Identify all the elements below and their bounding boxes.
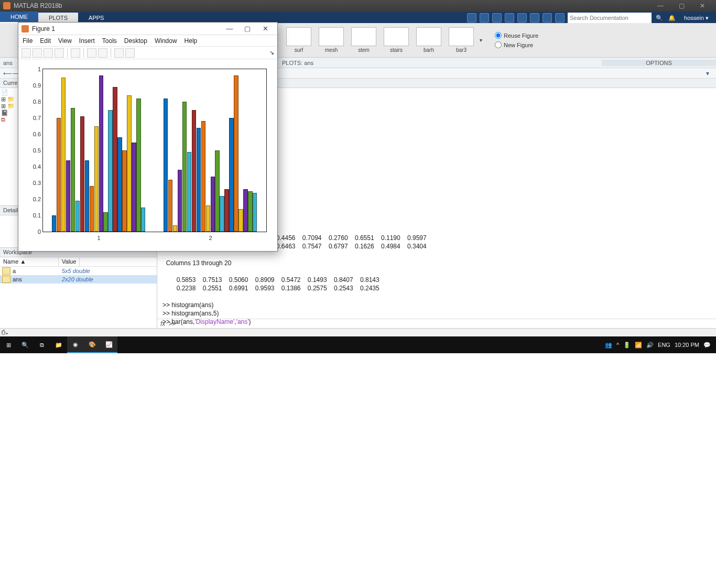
clock[interactable]: 10:20 PM bbox=[675, 342, 699, 348]
bar[interactable] bbox=[90, 186, 94, 232]
ws-col-value[interactable]: Value bbox=[59, 257, 80, 266]
paint-icon[interactable]: 🎨 bbox=[84, 336, 101, 353]
print-icon[interactable] bbox=[55, 48, 64, 58]
ws-col-name[interactable]: Name ▲ bbox=[0, 257, 59, 266]
user-menu[interactable]: hossein ▾ bbox=[680, 15, 713, 21]
qat-copy-icon[interactable] bbox=[492, 13, 502, 23]
gallery-stem[interactable]: stem bbox=[348, 27, 379, 53]
system-tray[interactable]: 👥 ^ 🔋 📶 🔊 ENG 10:20 PM 💬 bbox=[600, 342, 716, 349]
bar[interactable] bbox=[108, 110, 112, 232]
bar[interactable] bbox=[164, 99, 168, 232]
reuse-figure-radio[interactable]: Reuse Figure bbox=[495, 31, 538, 40]
qat-save-icon[interactable] bbox=[467, 13, 476, 23]
gallery-mesh[interactable]: mesh bbox=[316, 27, 347, 53]
bar[interactable] bbox=[94, 126, 99, 232]
tab-home[interactable]: HOME bbox=[0, 12, 38, 23]
bar[interactable] bbox=[80, 116, 84, 232]
doc-search[interactable] bbox=[568, 13, 652, 23]
qat-redo-icon[interactable] bbox=[530, 13, 539, 23]
qat-cut-icon[interactable] bbox=[480, 13, 489, 23]
gallery-bar3[interactable]: bar3 bbox=[446, 27, 477, 53]
data-cursor-icon[interactable] bbox=[87, 48, 96, 58]
bar[interactable] bbox=[103, 212, 107, 232]
bar[interactable] bbox=[66, 160, 70, 232]
bar[interactable] bbox=[168, 180, 172, 232]
fig-menu-desktop[interactable]: Desktop bbox=[124, 37, 147, 45]
matlab-taskbar-icon[interactable]: 📈 bbox=[101, 336, 117, 353]
figure-window[interactable]: Figure 1 — ▢ ✕ FileEditViewInsertToolsDe… bbox=[18, 22, 278, 252]
fig-maximize-button[interactable]: ▢ bbox=[238, 25, 256, 32]
new-fig-icon[interactable] bbox=[21, 48, 31, 58]
bar[interactable] bbox=[122, 150, 126, 232]
fig-menu-edit[interactable]: Edit bbox=[40, 37, 51, 45]
fig-minimize-button[interactable]: — bbox=[221, 25, 238, 32]
bell-icon[interactable]: 🔔 bbox=[667, 13, 677, 23]
bar[interactable] bbox=[197, 128, 201, 232]
bar[interactable] bbox=[136, 99, 140, 232]
explorer-icon[interactable]: 📁 bbox=[50, 336, 67, 353]
fig-menu-file[interactable]: File bbox=[23, 37, 32, 45]
bar[interactable] bbox=[132, 143, 136, 232]
bar[interactable] bbox=[99, 75, 103, 232]
tray-up-icon[interactable]: ^ bbox=[616, 342, 619, 348]
new-figure-radio[interactable]: New Figure bbox=[495, 40, 538, 50]
gallery-stairs[interactable]: stairs bbox=[381, 27, 412, 53]
ws-row-a[interactable]: a5x5 double bbox=[0, 267, 157, 275]
command-prompt-row[interactable]: fx >> bbox=[157, 319, 716, 328]
taskview-button[interactable]: ⧉ bbox=[34, 336, 50, 353]
nav-dropdown-icon[interactable]: ▾ bbox=[703, 69, 712, 78]
link-icon[interactable] bbox=[71, 48, 80, 58]
save-icon[interactable] bbox=[44, 48, 53, 58]
axes[interactable]: 00.10.20.30.40.50.60.70.80.9112 bbox=[42, 69, 267, 232]
bar[interactable] bbox=[117, 137, 122, 232]
fig-menu-tools[interactable]: Tools bbox=[102, 37, 117, 45]
bar[interactable] bbox=[220, 196, 224, 232]
bar[interactable] bbox=[229, 118, 233, 232]
gallery-barh[interactable]: barh bbox=[413, 27, 444, 53]
fig-menu-help[interactable]: Help bbox=[185, 37, 198, 45]
maximize-button[interactable]: ▢ bbox=[671, 2, 692, 9]
bar[interactable] bbox=[187, 152, 191, 232]
bar[interactable] bbox=[85, 160, 89, 232]
qat-help-icon[interactable] bbox=[543, 13, 552, 23]
fig-dock-icon[interactable]: ↘ bbox=[269, 49, 274, 56]
figure-titlebar[interactable]: Figure 1 — ▢ ✕ bbox=[18, 23, 277, 35]
bar[interactable] bbox=[113, 87, 117, 232]
minimize-button[interactable]: — bbox=[650, 2, 671, 9]
bar[interactable] bbox=[206, 205, 210, 232]
legend-icon[interactable] bbox=[125, 48, 135, 58]
qat-paste-icon[interactable] bbox=[505, 13, 514, 23]
tab-apps[interactable]: APPS bbox=[78, 13, 114, 23]
nav-back-icon[interactable]: ⟵ bbox=[3, 69, 12, 78]
bar[interactable] bbox=[173, 225, 177, 232]
qat-info-icon[interactable] bbox=[555, 13, 565, 23]
bar[interactable] bbox=[224, 189, 229, 232]
tab-plots[interactable]: PLOTS bbox=[38, 13, 78, 23]
volume-icon[interactable]: 🔊 bbox=[646, 342, 654, 349]
gallery-surf[interactable]: surf bbox=[283, 27, 314, 53]
bar[interactable] bbox=[127, 95, 131, 232]
bar[interactable] bbox=[57, 118, 61, 232]
bar[interactable] bbox=[75, 201, 80, 232]
bar[interactable] bbox=[192, 110, 196, 232]
battery-icon[interactable]: 🔋 bbox=[623, 342, 631, 349]
people-icon[interactable]: 👥 bbox=[605, 342, 612, 349]
qat-undo-icon[interactable] bbox=[517, 13, 527, 23]
open-icon[interactable] bbox=[32, 48, 42, 58]
gallery-more-button[interactable]: ▾ bbox=[477, 37, 484, 43]
bar[interactable] bbox=[243, 189, 247, 232]
colorbar-icon[interactable] bbox=[98, 48, 107, 58]
bar[interactable] bbox=[248, 191, 252, 232]
bar[interactable] bbox=[215, 150, 219, 232]
bar[interactable] bbox=[61, 78, 66, 232]
fig-menu-window[interactable]: Window bbox=[155, 37, 177, 45]
doc-search-input[interactable] bbox=[568, 13, 652, 23]
bar[interactable] bbox=[178, 170, 182, 232]
fig-menu-view[interactable]: View bbox=[58, 37, 72, 45]
fig-close-button[interactable]: ✕ bbox=[256, 25, 274, 32]
close-button[interactable]: ✕ bbox=[692, 2, 713, 9]
bar[interactable] bbox=[234, 75, 238, 232]
wifi-icon[interactable]: 📶 bbox=[635, 342, 642, 349]
search-icon[interactable]: 🔍 bbox=[655, 13, 664, 23]
bar[interactable] bbox=[182, 102, 187, 232]
